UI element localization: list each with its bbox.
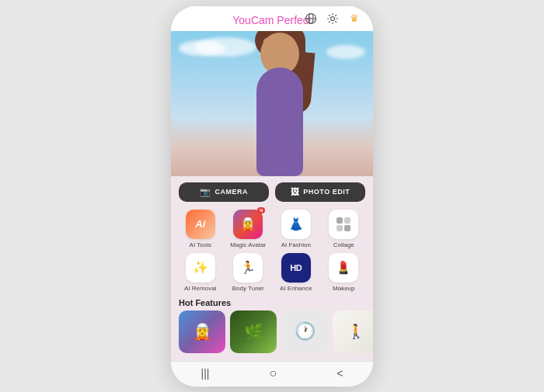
hot-card-4[interactable]: 🚶 — [333, 310, 373, 353]
body-tuner-icon: 🏃 — [240, 260, 256, 275]
nav-home-icon[interactable]: ○ — [270, 366, 277, 380]
ai-removal-icon-box: ✨ — [186, 253, 215, 283]
tool-ai-tools[interactable]: Ai AI Tools — [179, 210, 222, 248]
tool-ai-removal[interactable]: ✨ AI Removal — [179, 253, 222, 292]
svg-point-3 — [331, 16, 335, 20]
bottom-nav: ||| ○ < — [171, 361, 373, 387]
ai-tools-label: AI Tools — [190, 241, 211, 248]
ai-removal-label: AI Removal — [184, 285, 216, 292]
hero-background — [171, 31, 373, 176]
ai-tools-icon: Ai — [195, 218, 205, 230]
body-tuner-icon-box: 🏃 — [233, 253, 263, 283]
svg-rect-5 — [344, 217, 350, 224]
makeup-label: Makeup — [333, 285, 354, 292]
magic-avatar-icon: 🧝 — [240, 217, 256, 231]
collage-icon — [336, 217, 351, 232]
clock-icon: 🕐 — [295, 321, 316, 342]
camera-button-icon: 📷 — [200, 187, 211, 197]
ai-enhance-icon: HD — [290, 263, 302, 272]
tools-grid: Ai AI Tools 🧝 N Magic Avatar 👗 — [171, 206, 373, 295]
ai-fashion-label: AI Fashion — [281, 241, 311, 248]
person-figure — [241, 36, 319, 176]
settings-icon[interactable] — [325, 11, 340, 26]
makeup-icon-box: 💄 — [329, 253, 358, 283]
ai-enhance-label: AI Enhance — [280, 285, 312, 292]
svg-rect-4 — [337, 217, 343, 224]
hot-card-2[interactable]: 🌿 — [230, 310, 277, 353]
tool-body-tuner[interactable]: 🏃 Body Tuner — [227, 253, 270, 292]
magic-avatar-badge: N — [257, 207, 265, 213]
top-icons-container: ♛ — [303, 11, 362, 26]
camera-button[interactable]: 📷 CAMERA — [179, 182, 269, 202]
ai-tools-icon-box: Ai — [186, 210, 215, 239]
tool-ai-fashion[interactable]: 👗 AI Fashion — [274, 210, 318, 248]
app-background: YouCam Perfect ♛ — [0, 0, 544, 392]
svg-rect-7 — [344, 225, 350, 231]
collage-icon-box — [329, 210, 358, 239]
photo-edit-button[interactable]: 🖼 PHOTO EDIT — [275, 182, 365, 202]
makeup-icon: 💄 — [336, 260, 351, 275]
top-bar: YouCam Perfect ♛ — [171, 6, 373, 31]
tool-ai-enhance[interactable]: HD AI Enhance — [274, 253, 318, 292]
mode-buttons-container: 📷 CAMERA 🖼 PHOTO EDIT — [171, 176, 373, 206]
ai-removal-icon: ✨ — [193, 260, 208, 275]
ai-fashion-icon-box: 👗 — [281, 210, 311, 239]
bottom-panel: 📷 CAMERA 🖼 PHOTO EDIT Ai AI Tools — [171, 176, 373, 361]
magic-avatar-icon-box: 🧝 N — [233, 210, 263, 239]
nav-menu-icon[interactable]: ||| — [201, 367, 210, 380]
photo-edit-button-icon: 🖼 — [291, 187, 300, 196]
tool-makeup[interactable]: 💄 Makeup — [323, 253, 366, 292]
tool-magic-avatar[interactable]: 🧝 N Magic Avatar — [227, 210, 270, 248]
phone-frame: YouCam Perfect ♛ — [171, 6, 373, 387]
svg-rect-6 — [337, 225, 343, 231]
hot-card-1[interactable]: 🧝 — [179, 310, 225, 353]
globe-icon[interactable] — [303, 11, 319, 26]
hot-features-title: Hot Features — [171, 295, 373, 310]
app-title: YouCam Perfect — [232, 14, 311, 26]
ai-enhance-icon-box: HD — [281, 253, 311, 283]
body-tuner-label: Body Tuner — [232, 285, 264, 292]
app-title-youcam: YouCam — [232, 14, 274, 26]
collage-label: Collage — [333, 241, 354, 248]
ai-fashion-icon: 👗 — [288, 217, 304, 231]
hot-card-3[interactable]: 🕐 — [281, 310, 328, 353]
photo-edit-button-label: PHOTO EDIT — [303, 188, 350, 196]
nav-back-icon[interactable]: < — [337, 367, 343, 380]
hot-features-scroll: 🧝 🌿 🕐 🚶 🎩 — [171, 310, 373, 358]
tool-collage[interactable]: Collage — [323, 210, 366, 248]
hero-section — [171, 31, 373, 176]
camera-button-label: CAMERA — [215, 188, 249, 196]
magic-avatar-label: Magic Avatar — [230, 241, 266, 248]
crown-icon[interactable]: ♛ — [347, 11, 362, 26]
